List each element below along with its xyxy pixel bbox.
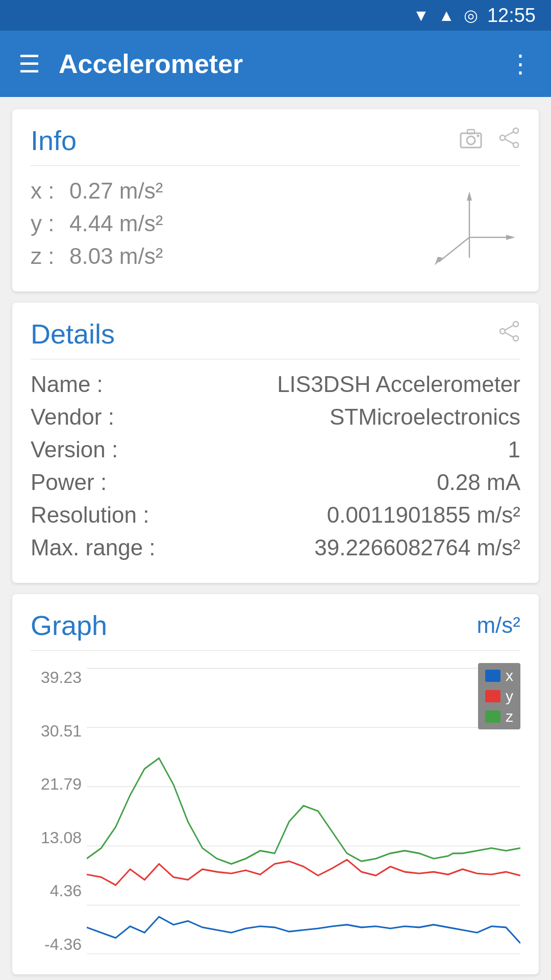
details-title: Details [31,318,115,350]
graph-card: Graph m/s² 39.2330.5121.7913.084.36-4.36 [12,594,539,974]
y-value: 4.44 m/s² [69,211,163,236]
graph-legend: x y z [478,663,520,729]
svg-rect-2 [467,130,474,134]
info-values: x : 0.27 m/s² y : 4.44 m/s² z : 8.03 m/s… [31,178,418,276]
svg-line-19 [505,332,513,337]
app-title: Accelerometer [59,48,490,79]
graph-y-label: 21.79 [31,775,87,794]
detail-row: Max. range : 39.2266082764 m/s² [31,535,520,560]
status-time: 12:55 [487,5,536,27]
info-body: x : 0.27 m/s² y : 4.44 m/s² z : 8.03 m/s… [31,178,520,276]
legend-item: y [485,688,513,705]
graph-y-label: 39.23 [31,668,87,687]
legend-color [485,690,500,702]
svg-point-17 [500,329,505,334]
legend-color [485,710,500,723]
graph-area: 39.2330.5121.7913.084.36-4.36 [31,663,520,959]
detail-row: Power : 0.28 mA [31,470,520,495]
y-row: y : 4.44 m/s² [31,211,418,236]
details-rows: Name : LIS3DSH AccelerometerVendor : STM… [31,372,520,560]
graph-y-label: 30.51 [31,722,87,741]
app-bar: ☰ Accelerometer ⋮ [0,31,551,97]
detail-value: STMicroelectronics [330,404,520,430]
camera-icon[interactable] [459,127,483,154]
detail-row: Vendor : STMicroelectronics [31,404,520,430]
detail-value: 0.28 mA [437,470,520,495]
x-value: 0.27 m/s² [69,178,163,204]
info-divider [31,165,520,166]
svg-marker-14 [435,257,443,265]
wifi-icon: ▼ [413,6,430,25]
graph-plot: x y z [87,663,520,959]
info-title: Info [31,125,77,156]
detail-value: LIS3DSH Accelerometer [277,372,520,397]
svg-line-8 [505,139,513,143]
info-card: Info [12,109,539,291]
detail-value: 1 [508,437,520,462]
graph-unit: m/s² [477,612,520,638]
detail-key: Max. range : [31,535,156,560]
detail-key: Power : [31,470,107,495]
graph-y-label: 4.36 [31,881,87,900]
main-content: Info [0,97,551,980]
share-icon[interactable] [498,127,520,155]
svg-line-7 [505,132,513,136]
details-divider [31,359,520,359]
status-bar: ▼ ▲ ◎ 12:55 [0,0,551,31]
legend-color [485,670,500,682]
coord-diagram [418,178,520,276]
svg-marker-10 [467,191,472,201]
svg-point-5 [513,142,518,148]
info-card-icons [459,127,520,155]
sync-icon: ◎ [464,6,478,25]
detail-row: Resolution : 0.0011901855 m/s² [31,502,520,528]
graph-y-label: 13.08 [31,828,87,847]
z-label: z : [31,243,61,269]
svg-point-1 [467,136,475,144]
x-row: x : 0.27 m/s² [31,178,418,204]
svg-marker-12 [506,235,515,240]
signal-icon: ▲ [438,6,455,25]
details-share-icon[interactable] [498,320,520,348]
svg-line-18 [505,325,513,330]
x-label: x : [31,178,61,204]
z-row: z : 8.03 m/s² [31,243,418,269]
more-options-icon[interactable]: ⋮ [508,50,533,78]
graph-divider [31,650,520,651]
z-value: 8.03 m/s² [69,243,163,269]
detail-value: 0.0011901855 m/s² [327,502,520,528]
details-card: Details Name : LIS3DSH AccelerometerVend… [12,303,539,583]
graph-y-label: -4.36 [31,935,87,954]
svg-line-13 [439,237,469,262]
legend-label: z [506,708,513,725]
detail-value: 39.2266082764 m/s² [314,535,520,560]
detail-key: Resolution : [31,502,149,528]
svg-point-16 [513,336,518,341]
svg-point-15 [513,322,518,327]
legend-label: x [506,667,513,684]
graph-y-labels: 39.2330.5121.7913.084.36-4.36 [31,663,87,959]
info-card-header: Info [31,125,520,156]
graph-header: Graph m/s² [31,609,520,641]
detail-key: Name : [31,372,103,397]
details-card-header: Details [31,318,520,350]
legend-label: y [506,688,513,705]
detail-row: Version : 1 [31,437,520,462]
legend-item: z [485,708,513,725]
detail-key: Version : [31,437,118,462]
svg-point-3 [477,135,480,137]
details-card-icons [498,320,520,348]
detail-key: Vendor : [31,404,114,430]
detail-row: Name : LIS3DSH Accelerometer [31,372,520,397]
svg-point-4 [513,128,518,133]
y-label: y : [31,211,61,236]
legend-item: x [485,667,513,684]
svg-point-6 [500,135,505,140]
menu-icon[interactable]: ☰ [18,50,40,78]
graph-title: Graph [31,609,107,641]
